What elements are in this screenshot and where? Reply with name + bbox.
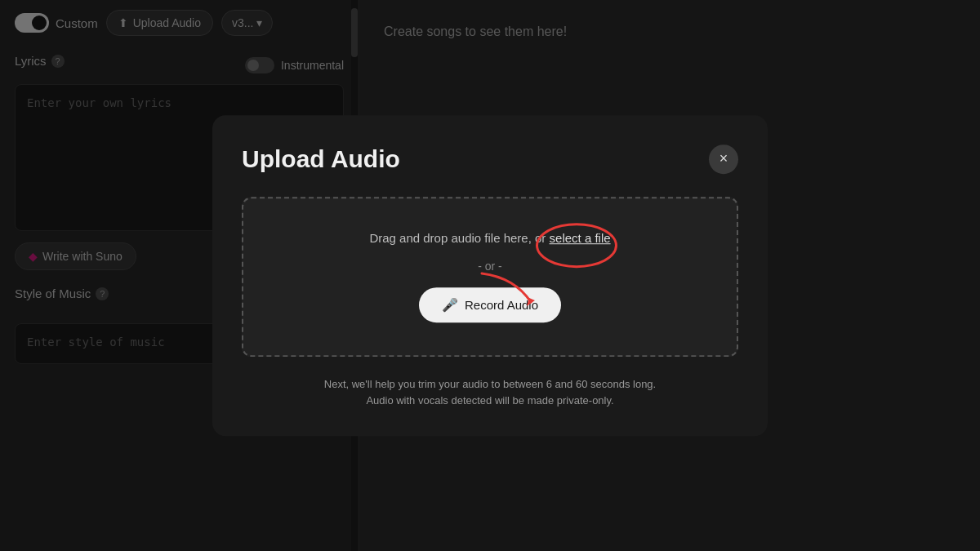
record-audio-button[interactable]: 🎤 Record Audio [419,287,561,322]
or-divider: - or - [268,260,712,273]
upload-audio-modal: Upload Audio × Drag and drop audio file … [212,115,768,437]
drop-zone[interactable]: Drag and drop audio file here, or select… [242,197,738,357]
select-file-link[interactable]: select a file [550,231,611,245]
modal-header: Upload Audio × [242,144,738,174]
drop-text: Drag and drop audio file here, or select… [268,231,712,245]
modal-title: Upload Audio [242,145,400,173]
modal-footer: Next, we'll help you trim your audio to … [242,376,738,411]
modal-close-button[interactable]: × [709,144,738,174]
mic-icon: 🎤 [442,297,458,313]
